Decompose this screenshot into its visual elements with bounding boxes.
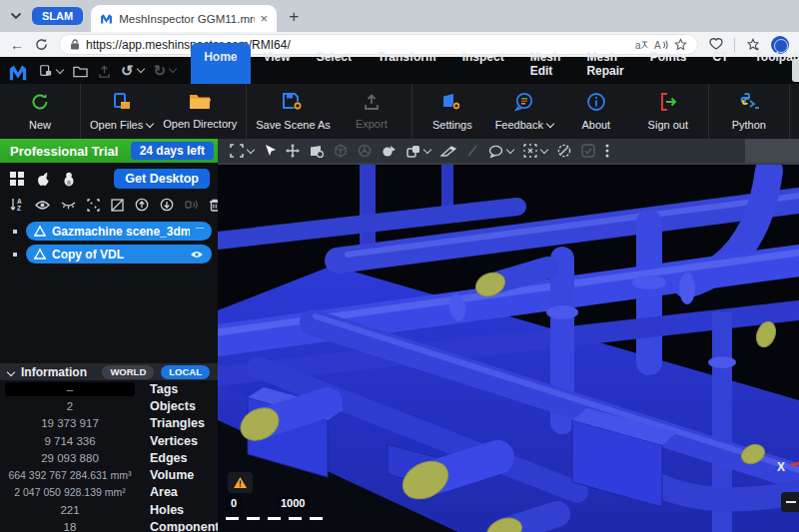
line-tool-icon — [466, 145, 478, 157]
comment-bubble-icon[interactable] — [488, 145, 513, 158]
mesh-triangle-icon — [34, 226, 46, 237]
tab-mesh-repair[interactable]: Mesh Repair — [573, 43, 636, 84]
browser-tab-strip: SLAM MeshInspector GGM11.mru* timac × + — [0, 0, 799, 32]
information-header[interactable]: Information WORLD LOCAL — [0, 363, 218, 380]
viewport-top-edge — [218, 163, 799, 165]
apple-icon[interactable] — [37, 172, 50, 187]
open-directory-icon — [189, 93, 211, 111]
windows-grid-icon[interactable] — [10, 172, 24, 186]
about-icon — [586, 92, 606, 112]
feedback-button[interactable]: Feedback — [488, 84, 560, 139]
open-directory-button[interactable]: Open Directory — [158, 84, 242, 139]
tab-home[interactable]: Home — [191, 43, 250, 84]
collapse-chevron-icon[interactable] — [7, 367, 15, 375]
tab-toolpath[interactable]: Toolpath — [741, 43, 799, 84]
chevron-down-icon[interactable] — [136, 65, 144, 73]
tab-transform[interactable]: Transform — [365, 43, 449, 84]
trial-label: Professional Trial — [10, 144, 118, 159]
select-region-icon[interactable] — [87, 199, 100, 212]
save-scene-as-button[interactable]: Save Scene As — [251, 84, 336, 139]
orbit-wheel-icon — [358, 144, 372, 158]
scene-panel: Get Desktop AZ — [0, 163, 218, 532]
information-panel: Information WORLD LOCAL – Tags 2 Objects… — [0, 363, 218, 532]
settings-button[interactable]: Settings — [416, 84, 488, 139]
tree-expand-dot[interactable] — [13, 230, 17, 234]
chevron-down-icon[interactable] — [423, 145, 431, 153]
tab-ct[interactable]: CT — [699, 43, 741, 84]
python-button[interactable]: Python — [713, 84, 785, 139]
new-tab-button[interactable]: + — [289, 8, 299, 25]
sign-out-button[interactable]: Sign out — [632, 84, 704, 139]
toolbar-right-spacer — [745, 139, 799, 163]
clean-brush-icon[interactable] — [440, 145, 456, 157]
chevron-down-icon[interactable] — [506, 145, 514, 153]
duplicate-squares-icon[interactable] — [406, 145, 430, 158]
linux-penguin-icon[interactable] — [63, 172, 75, 187]
scale-ruler — [226, 517, 328, 520]
no-entry-icon[interactable] — [557, 144, 571, 158]
about-button[interactable]: About — [560, 84, 632, 139]
tab-mesh-edit[interactable]: Mesh Edit — [517, 43, 574, 84]
mesh-triangle-icon — [34, 249, 46, 260]
chevron-down-icon[interactable] — [540, 145, 548, 153]
warning-triangle-icon — [233, 476, 248, 489]
tab-select[interactable]: Select — [304, 43, 365, 84]
pipes-3d-model[interactable] — [218, 163, 799, 532]
move-up-icon[interactable] — [135, 198, 149, 212]
local-toggle[interactable]: LOCAL — [161, 365, 210, 379]
world-toggle[interactable]: WORLD — [102, 365, 154, 379]
recent-documents-icon[interactable] — [39, 64, 63, 78]
python-icon — [737, 92, 761, 112]
sort-az-icon[interactable]: AZ — [10, 198, 24, 212]
browser-tab[interactable]: MeshInspector GGM11.mru* timac × — [91, 5, 277, 32]
back-icon[interactable]: ← — [10, 38, 24, 52]
axis-x-label[interactable]: X — [777, 460, 785, 474]
show-eye-icon[interactable] — [35, 200, 50, 211]
tab-search-chevron-icon[interactable] — [10, 12, 22, 20]
move-down-icon[interactable] — [160, 198, 174, 212]
chevron-down-icon[interactable] — [56, 65, 64, 73]
tags-value-field[interactable]: – — [5, 382, 135, 396]
tab-inspect[interactable]: Inspect — [449, 43, 517, 84]
open-files-button[interactable]: Open Files — [85, 84, 158, 139]
cursor-select-icon[interactable] — [264, 144, 276, 158]
redo-icon: ↻ — [154, 63, 177, 78]
open-folder-icon[interactable] — [73, 65, 88, 78]
tab-view[interactable]: View — [251, 43, 304, 84]
upload-icon — [98, 65, 111, 78]
kebab-menu-icon[interactable] — [605, 144, 609, 158]
chevron-down-icon[interactable] — [546, 119, 554, 127]
site-lock-icon[interactable] — [70, 39, 80, 50]
visibility-eye-icon[interactable] — [190, 250, 204, 260]
trial-days-left-badge[interactable]: 24 days left — [131, 142, 214, 160]
tree-expand-dot[interactable] — [13, 253, 17, 257]
refresh-icon[interactable] — [35, 38, 48, 51]
scene-object-gazmachine[interactable]: Gazmachine scene_3dm_NEXT ST ~~ — [26, 222, 212, 241]
info-row-tags: – Tags — [0, 380, 218, 397]
label-overflow-mark: ~~ — [196, 225, 204, 232]
deselect-icon[interactable] — [111, 199, 124, 212]
transform-settings-icon[interactable] — [310, 145, 324, 158]
info-row-vertices: 9 714 336 Vertices — [0, 432, 218, 449]
chevron-down-icon[interactable] — [146, 119, 154, 127]
fit-view-icon[interactable] — [230, 144, 254, 158]
scene-object-copy-of-vdl[interactable]: Copy of VDL — [26, 245, 212, 264]
get-desktop-button[interactable]: Get Desktop — [114, 169, 210, 189]
hide-eye-icon[interactable] — [61, 201, 76, 210]
meshinspector-logo — [8, 63, 28, 81]
warning-badge[interactable] — [228, 472, 253, 493]
export-icon — [363, 93, 381, 111]
move-icon[interactable] — [286, 144, 300, 158]
viewport-3d[interactable]: 0 1000 X — [218, 163, 799, 532]
chevron-down-icon[interactable] — [247, 145, 255, 153]
undo-icon[interactable]: ↺ — [121, 63, 144, 78]
new-scene-button[interactable]: New — [4, 84, 76, 139]
selection-box-icon[interactable] — [523, 144, 547, 158]
tab-points[interactable]: Points — [637, 43, 700, 84]
scale-max-label: 1000 — [276, 496, 310, 510]
tab-close-icon[interactable]: × — [261, 12, 269, 25]
tab-group-label[interactable]: SLAM — [32, 7, 83, 25]
navigation-corner-widget[interactable] — [781, 492, 799, 512]
platform-row: Get Desktop — [0, 163, 218, 193]
shade-sphere-icon[interactable] — [382, 145, 397, 158]
